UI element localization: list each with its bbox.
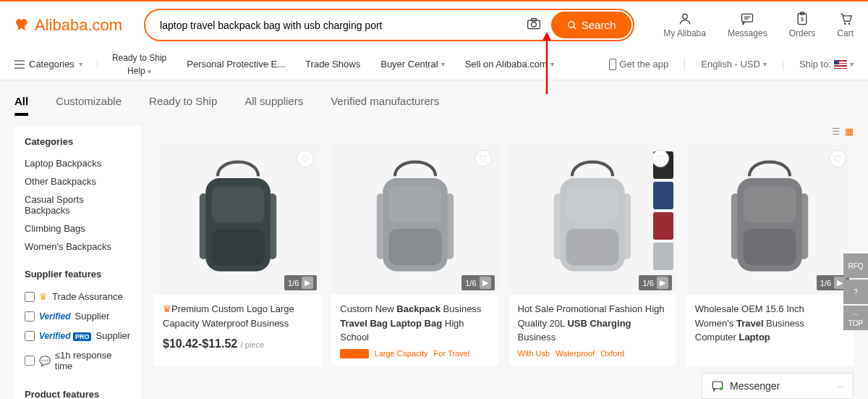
- help-button[interactable]: ?: [843, 280, 868, 304]
- svg-rect-29: [446, 193, 454, 259]
- chevron-down-icon: ▾: [441, 60, 445, 68]
- search-input[interactable]: [145, 12, 518, 38]
- svg-rect-36: [744, 186, 796, 222]
- product-image[interactable]: ♡ 1/6▶: [154, 143, 321, 295]
- product-image[interactable]: ♡ 1/6▶: [686, 143, 854, 295]
- us-flag-icon: [834, 60, 847, 69]
- svg-rect-34: [623, 193, 631, 259]
- logo[interactable]: Alibaba.com: [14, 16, 122, 35]
- clipboard-icon: $: [795, 12, 809, 26]
- product-card[interactable]: ♡ 1/6▶ Custom New Backpack Business Trav…: [331, 143, 498, 366]
- tab-all-suppliers[interactable]: All suppliers: [244, 95, 303, 116]
- svg-rect-33: [554, 193, 562, 259]
- tab-verified[interactable]: Verified manufacturers: [331, 95, 439, 116]
- tag: Oxford: [600, 349, 624, 358]
- product-title[interactable]: Wholesale OEM 15.6 Inch Women's Travel B…: [695, 302, 845, 345]
- ship-to[interactable]: Ship to: ▾: [799, 59, 854, 70]
- crown-icon: ♛: [163, 303, 171, 314]
- product-tags: ✦NEWLarge CapacityFor Travel: [340, 349, 490, 358]
- tab-ready-to-ship[interactable]: Ready to Ship: [149, 95, 217, 116]
- header: Alibaba.com Search My Alibaba Messages $…: [0, 0, 868, 49]
- rfq-button[interactable]: RFQ: [843, 253, 868, 278]
- messages-link[interactable]: Messages: [728, 12, 767, 38]
- svg-rect-21: [211, 186, 264, 222]
- category-list: Laptop Backpacks Other Backpacks Casual …: [25, 154, 131, 256]
- svg-line-4: [573, 26, 576, 29]
- chat-icon: [740, 12, 754, 26]
- svg-rect-28: [377, 193, 385, 259]
- svg-rect-22: [211, 229, 264, 265]
- filter-verified-pro[interactable]: Verified PROSupplier: [25, 326, 131, 345]
- filter-response-time[interactable]: 💬≤1h response time: [25, 345, 131, 376]
- search-button[interactable]: Search: [551, 12, 632, 38]
- top-icons: My Alibaba Messages $ Orders Cart: [634, 12, 854, 38]
- chevron-down-icon: ▾: [763, 60, 767, 68]
- chevron-down-icon: ▾: [79, 60, 82, 68]
- camera-icon[interactable]: [518, 17, 550, 33]
- nav-ready-to-ship[interactable]: Ready to Ship: [112, 53, 166, 63]
- product-body: ♛Premium Custom Logo Large Capacity Wate…: [154, 295, 321, 358]
- filter-verified-supplier[interactable]: VerifiedSupplier: [25, 306, 131, 326]
- product-body: Hot Sale Promotional Fashion High Qualit…: [509, 295, 676, 365]
- category-item[interactable]: Climbing Bags: [25, 219, 131, 238]
- nav-trade-shows[interactable]: Trade Shows: [305, 53, 360, 76]
- grid-view-icon[interactable]: ▦: [845, 126, 854, 137]
- product-image[interactable]: ♡ 1/6▶: [509, 143, 676, 295]
- main-layout: Categories Laptop Backpacks Other Backpa…: [0, 126, 868, 399]
- product-card[interactable]: ♡ 1/6▶ Wholesale OEM 15.6 Inch Women's T…: [686, 143, 854, 366]
- my-alibaba-link[interactable]: My Alibaba: [663, 12, 706, 38]
- svg-rect-23: [199, 193, 207, 259]
- product-card[interactable]: ♡ 1/6▶ Hot Sale Promotional Fashion High…: [509, 143, 676, 366]
- product-body: Wholesale OEM 15.6 Inch Women's Travel B…: [686, 295, 854, 356]
- sidebar-product-title: Product features: [25, 389, 131, 399]
- list-view-icon[interactable]: ☰: [832, 126, 841, 137]
- product-card[interactable]: ♡ 1/6▶ ♛Premium Custom Logo Large Capaci…: [154, 143, 321, 366]
- favorite-button[interactable]: ♡: [297, 150, 314, 167]
- lang-currency[interactable]: English - USD▾: [701, 59, 767, 70]
- get-app-link[interactable]: Get the app: [609, 59, 668, 70]
- play-icon[interactable]: ▶: [302, 277, 313, 289]
- nav-ppe[interactable]: Personal Protective E...: [187, 53, 285, 76]
- color-swatch[interactable]: [653, 243, 673, 270]
- tag: For Travel: [434, 349, 470, 358]
- svg-point-12: [844, 22, 846, 24]
- category-item[interactable]: Other Backpacks: [25, 172, 131, 190]
- cart-link[interactable]: Cart: [837, 12, 854, 38]
- nav-bar: Categories ▾ Ready to Ship Help ▾ Person…: [0, 49, 868, 80]
- logo-text: Alibaba.com: [35, 16, 122, 35]
- category-item[interactable]: Casual Sports Backpacks: [25, 190, 131, 219]
- image-counter: 1/6▶: [639, 275, 671, 290]
- play-icon[interactable]: ▶: [657, 277, 668, 289]
- tab-customizable[interactable]: Customizable: [56, 95, 122, 116]
- category-item[interactable]: Women's Backpacks: [25, 238, 131, 256]
- play-icon[interactable]: ▶: [480, 277, 491, 289]
- tag: Waterproof: [556, 349, 595, 358]
- categories-menu[interactable]: Categories ▾: [14, 59, 98, 70]
- color-swatch[interactable]: [653, 182, 673, 209]
- product-title[interactable]: Custom New Backpack Business Travel Bag …: [340, 302, 490, 345]
- results-header: All Customizable Ready to Ship All suppl…: [0, 80, 868, 126]
- product-title[interactable]: Hot Sale Promotional Fashion High Qualit…: [518, 302, 668, 345]
- divider: [783, 59, 783, 70]
- favorite-button[interactable]: ♡: [475, 150, 492, 167]
- products-area: ☰ ▦ ♡ 1/6▶ ♛Premium Custom Logo Large Ca…: [154, 126, 854, 399]
- product-tags: With UsbWaterproofOxford: [518, 349, 668, 358]
- tab-all[interactable]: All: [14, 95, 28, 116]
- category-item[interactable]: Laptop Backpacks: [25, 154, 131, 172]
- svg-rect-24: [268, 193, 276, 259]
- divider: [684, 59, 685, 70]
- product-image[interactable]: ♡ 1/6▶: [331, 143, 498, 295]
- orders-link[interactable]: $ Orders: [789, 12, 816, 38]
- color-swatch[interactable]: [653, 212, 673, 240]
- messenger-bar[interactable]: Messenger ︿: [702, 373, 854, 399]
- new-badge: ✦NEW: [340, 349, 368, 358]
- nav-buyer-central[interactable]: Buyer Central▾: [380, 53, 444, 76]
- favorite-button[interactable]: ♡: [652, 150, 669, 167]
- filter-trade-assurance[interactable]: ♛Trade Assurance: [25, 287, 131, 306]
- favorite-button[interactable]: ♡: [829, 150, 846, 167]
- filter-tabs: All Customizable Ready to Ship All suppl…: [14, 80, 854, 126]
- back-to-top-button[interactable]: ︿TOP: [843, 306, 868, 330]
- nav-help[interactable]: Help ▾: [127, 66, 151, 76]
- product-title[interactable]: ♛Premium Custom Logo Large Capacity Wate…: [163, 302, 312, 330]
- nav-sell[interactable]: Sell on Alibaba.com▾: [465, 53, 554, 76]
